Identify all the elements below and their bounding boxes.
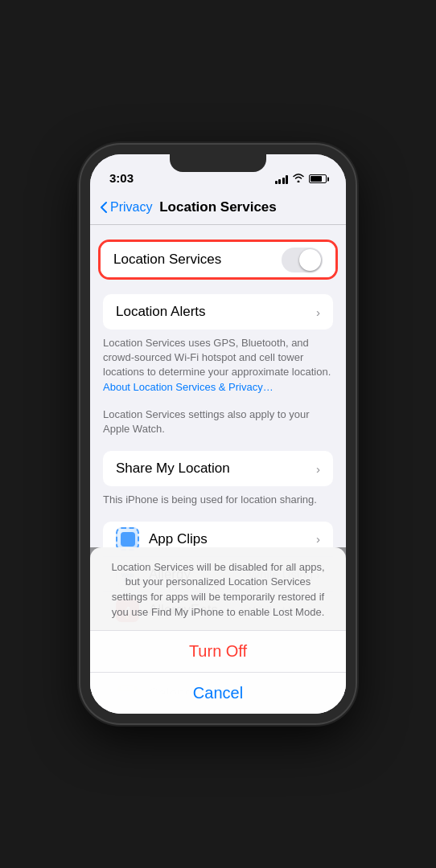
nav-title: Location Services [159, 199, 277, 215]
notch [170, 154, 266, 172]
signal-icon [275, 174, 289, 184]
turn-off-button[interactable]: Turn Off [90, 631, 346, 673]
modal-overlay: Location Services will be disabled for a… [90, 547, 346, 714]
wifi-icon [292, 173, 305, 185]
location-alerts-label: Location Alerts [116, 304, 316, 320]
apple-watch-text: Location Services settings also apply to… [90, 401, 346, 443]
description-text: Location Services uses GPS, Bluetooth, a… [103, 337, 331, 378]
chevron-right-icon: › [316, 305, 320, 319]
modal-message: Location Services will be disabled for a… [90, 547, 346, 631]
location-services-row[interactable]: Location Services [101, 242, 335, 277]
modal-sheet: Location Services will be disabled for a… [90, 547, 346, 714]
share-location-label: Share My Location [116, 461, 316, 477]
phone-screen: 3:03 [90, 154, 346, 714]
nav-bar: Privacy Location Services [90, 190, 346, 225]
location-alerts-row[interactable]: Location Alerts › [103, 294, 333, 330]
share-location-section: Share My Location › [103, 451, 333, 486]
back-button[interactable]: Privacy [100, 200, 152, 215]
location-services-highlight: Location Services [98, 240, 338, 280]
phone-frame: 3:03 [80, 145, 356, 723]
about-link[interactable]: About Location Services & Privacy… [103, 381, 274, 393]
app-clips-chevron: › [316, 532, 320, 546]
share-location-row[interactable]: Share My Location › [103, 451, 333, 486]
turn-off-label: Turn Off [189, 642, 247, 661]
back-label: Privacy [110, 200, 152, 215]
status-time: 3:03 [109, 171, 134, 185]
battery-icon [309, 174, 327, 183]
share-location-chevron: › [316, 462, 320, 476]
chevron-right-icon: › [316, 532, 320, 546]
location-services-label: Location Services [113, 252, 282, 268]
cancel-label: Cancel [193, 684, 243, 702]
location-alerts-chevron: › [316, 305, 320, 319]
cancel-button[interactable]: Cancel [90, 673, 346, 714]
status-icons [275, 173, 327, 185]
app-clips-label: App Clips [149, 531, 316, 547]
description-block: Location Services uses GPS, Bluetooth, a… [90, 330, 346, 401]
location-services-toggle[interactable] [282, 248, 323, 272]
chevron-right-icon: › [316, 462, 320, 476]
location-alerts-section: Location Alerts › [103, 294, 333, 330]
share-location-subtext: This iPhone is being used for location s… [90, 486, 346, 514]
